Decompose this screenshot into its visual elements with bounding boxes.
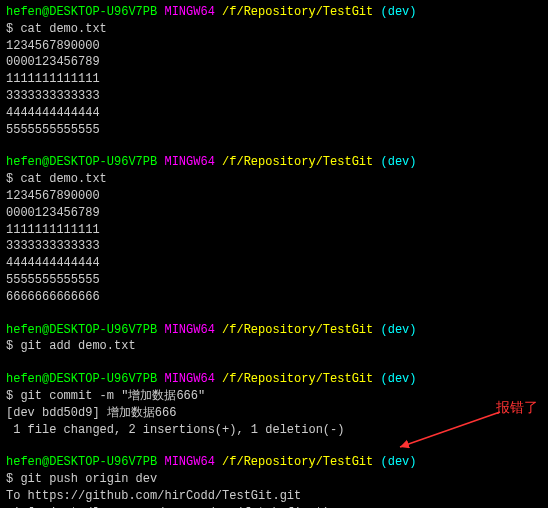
output-line: 4444444444444 (6, 105, 542, 122)
branch: (dev) (380, 323, 416, 337)
output-line: 1234567890000 (6, 188, 542, 205)
branch: (dev) (380, 372, 416, 386)
command-line: $ git commit -m "增加数据666" (6, 388, 542, 405)
mingw-label: MINGW64 (164, 155, 222, 169)
output-line: 3333333333333 (6, 88, 542, 105)
path: /f/Repository/TestGit (222, 155, 380, 169)
mingw-label: MINGW64 (164, 5, 222, 19)
user-host: hefen@DESKTOP-U96V7PB (6, 323, 164, 337)
command-line: $ git push origin dev (6, 471, 542, 488)
terminal-output[interactable]: hefen@DESKTOP-U96V7PB MINGW64 /f/Reposit… (6, 4, 542, 508)
output-line: [dev bdd50d9] 增加数据666 (6, 405, 542, 422)
branch: (dev) (380, 455, 416, 469)
output-line: 6666666666666 (6, 289, 542, 306)
user-host: hefen@DESKTOP-U96V7PB (6, 155, 164, 169)
prompt-line: hefen@DESKTOP-U96V7PB MINGW64 /f/Reposit… (6, 454, 542, 471)
output-line: 0000123456789 (6, 54, 542, 71)
branch: (dev) (380, 5, 416, 19)
path: /f/Repository/TestGit (222, 5, 380, 19)
output-line: 1111111111111 (6, 71, 542, 88)
output-line: 4444444444444 (6, 255, 542, 272)
prompt-line: hefen@DESKTOP-U96V7PB MINGW64 /f/Reposit… (6, 371, 542, 388)
error-annotation: 报错了 (496, 398, 538, 418)
prompt-line: hefen@DESKTOP-U96V7PB MINGW64 /f/Reposit… (6, 322, 542, 339)
command-line: $ git add demo.txt (6, 338, 542, 355)
user-host: hefen@DESKTOP-U96V7PB (6, 5, 164, 19)
output-line: 5555555555555 (6, 272, 542, 289)
command-line: $ cat demo.txt (6, 21, 542, 38)
output-line: 1111111111111 (6, 222, 542, 239)
blank-line (6, 438, 542, 454)
branch: (dev) (380, 155, 416, 169)
output-line: 1 file changed, 2 insertions(+), 1 delet… (6, 422, 542, 439)
path: /f/Repository/TestGit (222, 455, 380, 469)
output-line: To https://github.com/hirCodd/TestGit.gi… (6, 488, 542, 505)
user-host: hefen@DESKTOP-U96V7PB (6, 372, 164, 386)
output-line: 3333333333333 (6, 238, 542, 255)
mingw-label: MINGW64 (164, 323, 222, 337)
output-line: 0000123456789 (6, 205, 542, 222)
blank-line (6, 138, 542, 154)
path: /f/Repository/TestGit (222, 323, 380, 337)
mingw-label: MINGW64 (164, 372, 222, 386)
blank-line (6, 355, 542, 371)
command-line: $ cat demo.txt (6, 171, 542, 188)
mingw-label: MINGW64 (164, 455, 222, 469)
prompt-line: hefen@DESKTOP-U96V7PB MINGW64 /f/Reposit… (6, 154, 542, 171)
prompt-line: hefen@DESKTOP-U96V7PB MINGW64 /f/Reposit… (6, 4, 542, 21)
output-line: 1234567890000 (6, 38, 542, 55)
user-host: hefen@DESKTOP-U96V7PB (6, 455, 164, 469)
blank-line (6, 306, 542, 322)
path: /f/Repository/TestGit (222, 372, 380, 386)
output-line: 5555555555555 (6, 122, 542, 139)
